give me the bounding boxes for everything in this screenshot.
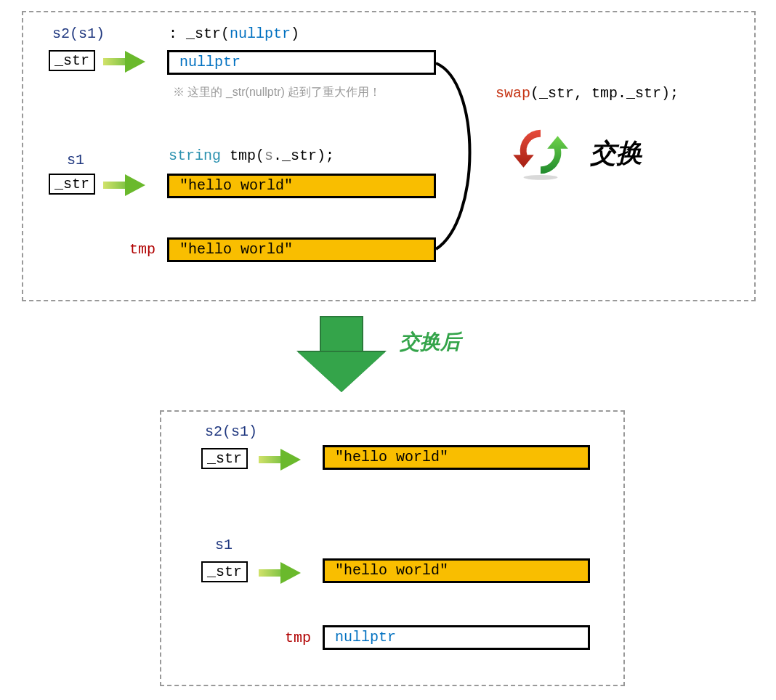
tmp-value: "hello world" bbox=[179, 241, 293, 258]
swap-icon bbox=[510, 121, 571, 182]
before-swap-panel: s2(s1) _str : _str(nullptr) nullptr ※ 这里… bbox=[22, 11, 756, 301]
init-list-code: : _str(nullptr) bbox=[169, 25, 299, 42]
s1-str-cell: _str bbox=[49, 174, 95, 195]
svg-point-0 bbox=[523, 175, 557, 180]
label-tmp: tmp bbox=[129, 241, 155, 258]
s1-data-box: "hello world" bbox=[167, 174, 436, 198]
arrow-s2 bbox=[103, 52, 147, 71]
arrow-s2-after bbox=[259, 450, 302, 469]
s2-value-after: "hello world" bbox=[335, 449, 448, 465]
s1-value: "hello world" bbox=[179, 177, 293, 194]
tmp-value-after: nullptr bbox=[335, 629, 396, 646]
s2-value: nullptr bbox=[179, 54, 241, 70]
str-member: _str bbox=[207, 450, 242, 467]
s2-data-box-after: "hello world" bbox=[323, 445, 590, 470]
arrow-s1-after bbox=[259, 563, 302, 582]
footnote: ※ 这里的 _str(nullptr) 起到了重大作用！ bbox=[173, 85, 381, 100]
s2-str-cell: _str bbox=[49, 50, 95, 71]
label-s1-after: s1 bbox=[215, 537, 233, 553]
str-member: _str bbox=[54, 176, 89, 192]
s1-value-after: "hello world" bbox=[335, 562, 448, 579]
str-member: _str bbox=[54, 52, 89, 69]
swap-call-code: swap(_str, tmp._str); bbox=[496, 85, 679, 102]
down-arrow bbox=[298, 316, 385, 396]
swap-connector bbox=[430, 53, 481, 268]
arrow-s1 bbox=[103, 176, 147, 195]
s1-data-box-after: "hello world" bbox=[323, 558, 590, 583]
s1-str-cell-after: _str bbox=[201, 561, 248, 582]
label-s2s1-after: s2(s1) bbox=[205, 423, 257, 440]
s2-str-cell-after: _str bbox=[201, 448, 248, 469]
label-tmp-after: tmp bbox=[285, 630, 311, 646]
tmp-data-box: "hello world" bbox=[167, 237, 436, 262]
s2-data-box: nullptr bbox=[167, 50, 436, 75]
label-s1: s1 bbox=[67, 152, 84, 168]
tmp-data-box-after: nullptr bbox=[323, 625, 590, 650]
after-swap-panel: s2(s1) _str "hello world" s1 _str "hello… bbox=[160, 410, 625, 686]
tmp-construct-code: string tmp(s._str); bbox=[169, 147, 334, 164]
str-member: _str bbox=[207, 563, 242, 580]
after-label: 交换后 bbox=[400, 328, 461, 356]
swap-label: 交换 bbox=[590, 136, 642, 171]
label-s2s1: s2(s1) bbox=[52, 25, 105, 42]
